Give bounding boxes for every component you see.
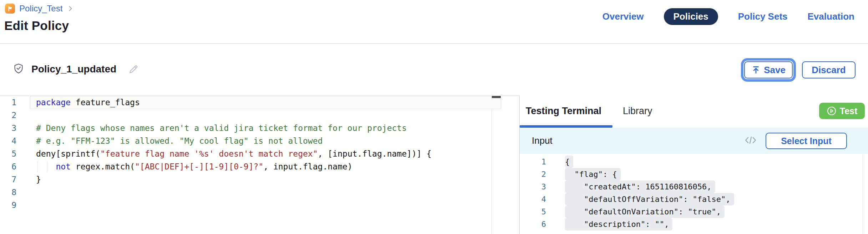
- code-line[interactable]: 8: [0, 186, 519, 199]
- feature-flags-module-icon: [5, 4, 15, 14]
- header-divider: [0, 43, 868, 44]
- nav-tab-overview[interactable]: Overview: [602, 11, 644, 22]
- code-line[interactable]: 7}: [0, 173, 519, 186]
- line-number: 9: [0, 199, 16, 212]
- edit-name-pencil-icon[interactable]: [128, 63, 139, 75]
- code-line[interactable]: 2: [0, 109, 519, 122]
- code-line[interactable]: 1package feature_flags: [0, 96, 519, 109]
- edit-policy-page: Policy_Test Edit Policy OverviewPolicies…: [0, 0, 868, 234]
- test-button[interactable]: Test: [819, 103, 865, 119]
- rego-scrollbar-track: [491, 109, 492, 234]
- rego-scrollbar-thumb[interactable]: [492, 96, 501, 98]
- input-json-editor[interactable]: 1{2 "flag": {3 "createdAt": 165116081605…: [520, 154, 868, 234]
- line-number: 6: [0, 160, 16, 173]
- line-number: 2: [0, 109, 16, 122]
- nav-tab-policy-sets[interactable]: Policy Sets: [738, 11, 788, 22]
- discard-button-label: Discard: [812, 65, 846, 76]
- code-line[interactable]: 4# e.g. "FFM-123" is allowed. "My cool f…: [0, 134, 519, 147]
- save-button[interactable]: Save: [744, 61, 793, 78]
- upload-arrow-icon: [751, 65, 761, 75]
- testing-panel-tabs: Testing TerminalLibrary: [520, 96, 868, 128]
- line-number: 2: [520, 168, 546, 180]
- json-line[interactable]: 6 "description": "",: [520, 218, 868, 230]
- code-line[interactable]: 5deny[sprintf("feature flag name '%s' do…: [0, 147, 519, 160]
- page-title: Edit Policy: [4, 19, 69, 33]
- select-input-label: Select Input: [781, 136, 832, 146]
- line-number: 4: [520, 193, 546, 205]
- line-number: 8: [0, 186, 16, 199]
- code-line[interactable]: 6 not regex.match("[ABC|DEF]+[-][1-9][0-…: [0, 160, 519, 173]
- json-line[interactable]: 1{: [520, 156, 868, 168]
- discard-button[interactable]: Discard: [802, 61, 856, 78]
- input-label: Input: [532, 135, 552, 146]
- policy-shield-check-icon: [13, 63, 24, 76]
- rego-code-editor[interactable]: 1package feature_flags23# Deny flags who…: [0, 96, 519, 234]
- line-number: 1: [520, 156, 546, 168]
- breadcrumb: Policy_Test: [5, 4, 74, 14]
- line-number: 4: [0, 134, 16, 147]
- breadcrumb-project-link[interactable]: Policy_Test: [19, 4, 62, 14]
- json-line[interactable]: 2 "flag": {: [520, 168, 868, 180]
- policy-name: Policy_1_updated: [31, 63, 116, 75]
- select-input-button[interactable]: Select Input: [766, 133, 847, 149]
- json-line[interactable]: 4 "defaultOffVariation": "false",: [520, 193, 868, 205]
- active-tab-underline: [520, 125, 612, 128]
- code-brackets-icon[interactable]: [744, 135, 757, 147]
- policy-row: Policy_1_updated: [13, 63, 139, 76]
- module-nav: OverviewPoliciesPolicy SetsEvaluation: [602, 9, 854, 24]
- line-number: 3: [520, 180, 546, 193]
- chevron-right-icon: [67, 5, 74, 12]
- play-circle-icon: [827, 106, 837, 116]
- input-header-bar: Input Select Input: [520, 128, 868, 154]
- nav-tab-evaluation[interactable]: Evaluation: [808, 11, 854, 22]
- code-line[interactable]: 3# Deny flags whose names aren't a valid…: [0, 122, 519, 134]
- line-number: 7: [0, 173, 16, 186]
- line-number: 5: [520, 205, 546, 218]
- line-number: 5: [0, 147, 16, 160]
- nav-tab-policies[interactable]: Policies: [664, 8, 718, 25]
- json-line[interactable]: 3 "createdAt": 1651160816056,: [520, 180, 868, 193]
- json-line[interactable]: 5 "defaultOnVariation": "true",: [520, 205, 868, 218]
- test-button-label: Test: [840, 106, 858, 116]
- save-button-label: Save: [764, 65, 786, 76]
- json-editor-right-border: [863, 154, 863, 234]
- code-line[interactable]: 9: [0, 199, 519, 212]
- tab-library[interactable]: Library: [623, 106, 652, 117]
- line-number: 3: [0, 122, 16, 134]
- tab-testing-terminal[interactable]: Testing Terminal: [526, 106, 601, 117]
- line-number: 6: [520, 218, 546, 230]
- line-number: 1: [0, 96, 16, 109]
